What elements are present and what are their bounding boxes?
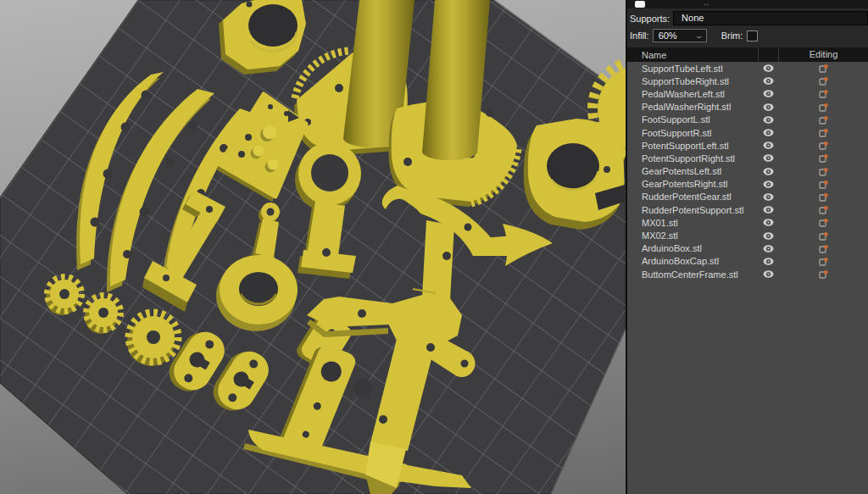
object-name: PotentSupportRight.stl <box>627 153 758 164</box>
object-list: SupportTubeLeft.stlSupportTubeRight.stlP… <box>627 62 868 494</box>
object-row[interactable]: ArduinoBoxCap.stl <box>627 255 868 268</box>
visibility-toggle[interactable] <box>758 129 778 136</box>
edit-object-button[interactable] <box>778 76 868 86</box>
edit-object-button[interactable] <box>778 103 868 112</box>
object-list-header: Name Editing <box>627 47 868 62</box>
visibility-toggle[interactable] <box>758 90 778 97</box>
header-name: Name <box>627 50 758 60</box>
edit-object-button[interactable] <box>778 153 868 163</box>
object-row[interactable]: FootSupportR.stl <box>627 126 868 139</box>
edit-object-button[interactable] <box>778 128 868 137</box>
edit-object-button[interactable] <box>778 218 868 227</box>
object-row[interactable]: RudderPotentSupport.stl <box>627 203 868 216</box>
edit-object-button[interactable] <box>778 180 868 189</box>
edit-object-button[interactable] <box>778 244 868 253</box>
edit-icon <box>819 257 828 266</box>
object-row[interactable]: GearPotentsLeft.stl <box>627 165 868 178</box>
eye-icon <box>763 77 774 85</box>
visibility-toggle[interactable] <box>758 258 778 265</box>
ellipsis-label: ‥ <box>704 0 711 7</box>
visibility-toggle[interactable] <box>758 168 778 175</box>
visibility-toggle[interactable] <box>758 77 778 85</box>
object-name: PedalWasherLeft.stl <box>627 89 758 99</box>
object-name: ArduinoBoxCap.stl <box>627 256 758 266</box>
eye-icon <box>763 270 774 278</box>
edit-object-button[interactable] <box>778 167 868 176</box>
edit-object-button[interactable] <box>778 257 868 266</box>
header-visibility-column <box>758 47 778 62</box>
panel-top-strip: ‥ <box>627 0 868 8</box>
object-name: GearPotentsRight.stl <box>627 179 758 189</box>
object-name: SupportTubeLeft.stl <box>627 64 758 74</box>
object-name: MX01.stl <box>627 218 758 228</box>
edit-object-button[interactable] <box>778 269 868 279</box>
brim-checkbox[interactable] <box>747 31 758 42</box>
object-row[interactable]: FootSupportL.stl <box>627 114 868 126</box>
visibility-toggle[interactable] <box>758 103 778 111</box>
edit-icon <box>819 218 828 227</box>
object-name: FootSupportR.stl <box>627 128 758 138</box>
visibility-toggle[interactable] <box>758 180 778 188</box>
edit-icon <box>819 76 828 86</box>
viewport-3d[interactable] <box>0 0 626 494</box>
edit-icon <box>819 180 828 189</box>
supports-dropdown[interactable]: None <box>673 11 868 25</box>
edit-icon <box>819 244 828 253</box>
eye-icon <box>763 245 774 253</box>
edit-object-button[interactable] <box>778 205 868 214</box>
edit-object-button[interactable] <box>778 64 868 73</box>
edit-object-button[interactable] <box>778 231 868 241</box>
object-row[interactable]: PotentSupportRight.stl <box>627 152 868 164</box>
infill-value: 60% <box>659 31 696 41</box>
infill-dropdown[interactable]: 60% ⌄ <box>653 29 707 42</box>
visibility-toggle[interactable] <box>758 142 778 149</box>
header-editing: Editing <box>778 47 868 62</box>
support-mode-icon[interactable] <box>635 1 645 8</box>
edit-object-button[interactable] <box>778 141 868 150</box>
visibility-toggle[interactable] <box>758 245 778 253</box>
object-row[interactable]: PotentSupportLeft.stl <box>627 139 868 152</box>
edit-icon <box>819 141 828 150</box>
eye-icon <box>763 168 774 175</box>
edit-icon <box>819 205 828 214</box>
brim-label: Brim: <box>721 31 743 41</box>
object-name: ButtomCenterFrame.stl <box>627 269 758 280</box>
visibility-toggle[interactable] <box>758 232 778 240</box>
visibility-toggle[interactable] <box>758 270 778 278</box>
eye-icon <box>763 219 774 226</box>
visibility-toggle[interactable] <box>758 206 778 214</box>
object-row[interactable]: MX01.stl <box>627 216 868 229</box>
eye-icon <box>763 129 774 136</box>
object-row[interactable]: MX02.stl <box>627 229 868 241</box>
eye-icon <box>763 180 774 188</box>
visibility-toggle[interactable] <box>758 116 778 124</box>
part-clamp-ring-right[interactable] <box>524 119 625 230</box>
object-row[interactable]: ButtomCenterFrame.stl <box>627 268 868 280</box>
object-name: SupportTubeRight.stl <box>627 76 758 86</box>
edit-object-button[interactable] <box>778 89 868 98</box>
object-row[interactable]: RudderPotentGear.stl <box>627 191 868 203</box>
object-row[interactable]: ArduinoBox.stl <box>627 242 868 255</box>
object-row[interactable]: GearPotentsRight.stl <box>627 178 868 191</box>
visibility-toggle[interactable] <box>758 193 778 201</box>
edit-icon <box>819 103 828 112</box>
eye-icon <box>763 258 774 265</box>
object-row[interactable]: PedalWasherLeft.stl <box>627 87 868 100</box>
visibility-toggle[interactable] <box>758 154 778 162</box>
edit-object-button[interactable] <box>778 115 868 125</box>
object-row[interactable]: SupportTubeRight.stl <box>627 75 868 87</box>
eye-icon <box>763 90 774 97</box>
edit-icon <box>819 269 828 279</box>
edit-icon <box>819 231 828 241</box>
object-row[interactable]: PedalWasherRight.stl <box>627 101 868 114</box>
edit-icon <box>819 128 828 137</box>
object-row[interactable]: SupportTubeLeft.stl <box>627 62 868 75</box>
edit-icon <box>819 64 828 73</box>
edit-icon <box>819 192 828 202</box>
visibility-toggle[interactable] <box>758 219 778 226</box>
object-name: RudderPotentSupport.stl <box>627 205 758 215</box>
edit-object-button[interactable] <box>778 192 868 202</box>
edit-icon <box>819 89 828 98</box>
visibility-toggle[interactable] <box>758 64 778 72</box>
infill-label: Infill: <box>630 31 649 41</box>
